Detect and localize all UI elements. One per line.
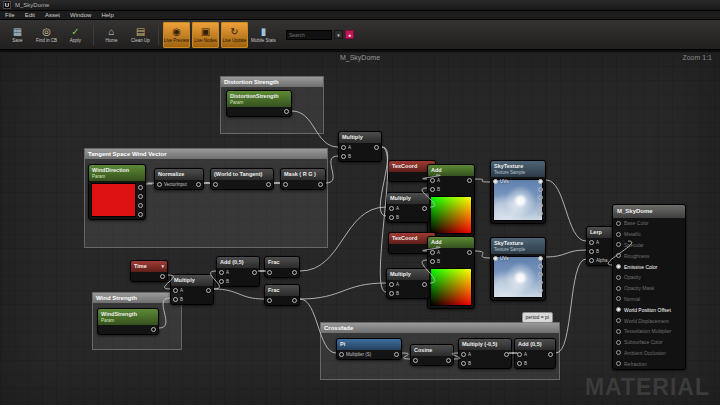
pin[interactable] (616, 329, 621, 334)
comment-title[interactable]: Tangent Space Wind Vector (85, 149, 327, 159)
pin[interactable] (616, 296, 621, 301)
menu-item-asset[interactable]: Asset (40, 12, 65, 18)
pin[interactable] (292, 298, 297, 303)
node-header[interactable]: Multiply (171, 275, 213, 286)
pin[interactable] (616, 361, 621, 366)
comment-title[interactable]: Distortion Strength (221, 77, 323, 87)
node-header[interactable]: Multiply (387, 269, 429, 280)
pin[interactable] (538, 288, 543, 293)
pin[interactable] (589, 258, 594, 263)
node-wind-strength-param[interactable]: WindStrengthParam (97, 308, 159, 335)
pin[interactable] (538, 280, 543, 285)
node-add-uv-top[interactable]: AddAB (427, 164, 475, 237)
node-header[interactable]: Cosine (411, 345, 453, 356)
node-header[interactable]: SkyTextureTexture Sample (491, 161, 545, 177)
pin[interactable] (173, 297, 178, 302)
pin[interactable] (517, 352, 522, 357)
node-header[interactable]: WindStrengthParam (98, 309, 158, 325)
pin[interactable] (389, 291, 394, 296)
node-material-output[interactable]: M_SkyDomeBase ColorMetallicSpecularRough… (612, 204, 686, 370)
node-distortion-strength-param[interactable]: DistortionStrengthParam (226, 90, 292, 117)
pin[interactable] (389, 282, 394, 287)
node-cosine[interactable]: Cosine (410, 344, 454, 366)
node-header[interactable]: Frac (265, 285, 299, 296)
node-header[interactable]: Mask ( R G ) (281, 169, 325, 180)
pin[interactable] (206, 288, 211, 293)
node-header[interactable]: Multiply (387, 193, 429, 204)
collapse-arrow-icon[interactable]: ▾ (161, 263, 164, 270)
pin[interactable] (151, 327, 156, 332)
node-header[interactable]: Add (428, 165, 474, 176)
pin[interactable] (219, 279, 224, 284)
pin[interactable] (504, 352, 509, 357)
node-normalize[interactable]: NormalizeVectorInput (154, 168, 204, 190)
menu-item-edit[interactable]: Edit (20, 12, 40, 18)
node-add-05-phase[interactable]: Add (0,5)AB (216, 256, 260, 287)
find-in-cb-button[interactable]: ◎Find in CB (33, 22, 60, 48)
pin[interactable] (616, 232, 621, 237)
pin[interactable] (413, 358, 418, 363)
pin[interactable] (616, 221, 621, 226)
node-header[interactable]: Time▾ (131, 261, 167, 272)
menu-item-window[interactable]: Window (65, 12, 96, 18)
mobile-stats-button[interactable]: ▮Mobile Stats (250, 22, 277, 48)
pin[interactable] (160, 274, 165, 279)
pin[interactable] (374, 145, 379, 150)
pin[interactable] (616, 286, 621, 291)
pin[interactable] (157, 182, 162, 187)
node-add-uv-bottom[interactable]: AddAB (427, 236, 475, 309)
node-header[interactable]: Add (0,5) (217, 257, 259, 268)
pin[interactable] (267, 270, 272, 275)
pin[interactable] (341, 145, 346, 150)
pin[interactable] (252, 270, 257, 275)
pin[interactable] (422, 282, 427, 287)
node-header[interactable]: Multiply (339, 132, 381, 143)
pin[interactable] (138, 212, 143, 217)
search-highlight-button[interactable]: ● (345, 30, 354, 39)
live-nodes-button[interactable]: ▣Live Nodes (192, 22, 219, 48)
pin[interactable] (517, 361, 522, 366)
node-pi[interactable]: PiMultiplier (S) (336, 338, 402, 360)
node-header[interactable]: Frac (265, 257, 299, 268)
save-button[interactable]: ▦Save (4, 22, 31, 48)
node-header[interactable]: Normalize (155, 169, 203, 180)
pin[interactable] (538, 256, 543, 261)
node-mask-rg[interactable]: Mask ( R G ) (280, 168, 326, 190)
node-add-05-crossfade[interactable]: Add (0,5)AB (514, 338, 556, 369)
search-input[interactable] (286, 30, 332, 40)
comment-title[interactable]: Crossfade (321, 323, 559, 333)
pin[interactable] (538, 211, 543, 216)
node-header[interactable]: Add (0,5) (515, 339, 555, 350)
pin[interactable] (538, 195, 543, 200)
node-header[interactable]: Multiply (-0,5) (459, 339, 511, 350)
node-multiply-pan-bottom[interactable]: MultiplyAB (386, 268, 430, 299)
pin[interactable] (389, 215, 394, 220)
pin[interactable] (341, 154, 346, 159)
node-header[interactable]: SkyTextureTexture Sample (491, 238, 545, 254)
node-multiply-time[interactable]: MultiplyAB (170, 274, 214, 305)
pin[interactable] (283, 182, 288, 187)
node-frac-bottom[interactable]: Frac (264, 284, 300, 306)
pin[interactable] (538, 203, 543, 208)
node-time[interactable]: Time▾ (130, 260, 168, 282)
pin[interactable] (538, 272, 543, 277)
pin[interactable] (616, 253, 621, 258)
pin[interactable] (616, 264, 621, 269)
menu-item-help[interactable]: Help (96, 12, 118, 18)
pin[interactable] (430, 250, 435, 255)
pin[interactable] (292, 270, 297, 275)
pin[interactable] (267, 298, 272, 303)
node-multiply-distortion[interactable]: MultiplyAB (338, 131, 382, 162)
pin[interactable] (548, 352, 553, 357)
pin[interactable] (616, 340, 621, 345)
clean-up-button[interactable]: ▤Clean Up (127, 22, 154, 48)
live-preview-button[interactable]: ◉Live Preview (163, 22, 190, 48)
home-button[interactable]: ⌂Home (98, 22, 125, 48)
pin[interactable] (430, 178, 435, 183)
pin[interactable] (173, 288, 178, 293)
node-wind-direction-param[interactable]: WindDirectionParam (88, 164, 146, 220)
pin[interactable] (284, 109, 289, 114)
pin[interactable] (616, 242, 621, 247)
pin[interactable] (422, 206, 427, 211)
node-world-to-tangent[interactable]: (World to Tangent) (210, 168, 274, 190)
